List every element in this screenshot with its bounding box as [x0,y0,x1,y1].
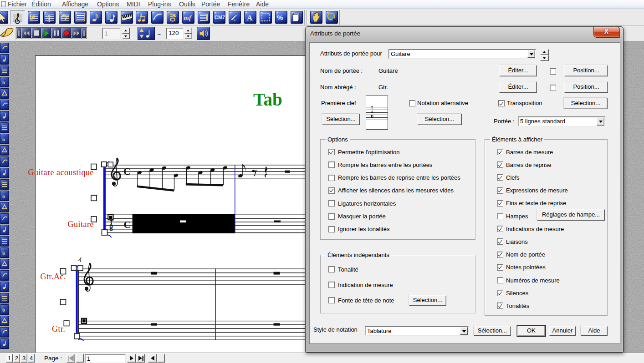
svg-text:A: A [247,14,253,22]
svg-text:b: b [2,136,5,142]
svg-text:%: % [277,14,283,21]
svg-text:b: b [2,193,5,199]
svg-text:b: b [2,80,5,85]
svg-text:b: b [2,250,5,256]
svg-text:b: b [2,307,5,313]
svg-text:mf: mf [184,14,192,21]
svg-text:CM7: CM7 [215,15,225,20]
svg-text:4: 4 [47,18,51,23]
svg-text:b: b [32,13,35,19]
